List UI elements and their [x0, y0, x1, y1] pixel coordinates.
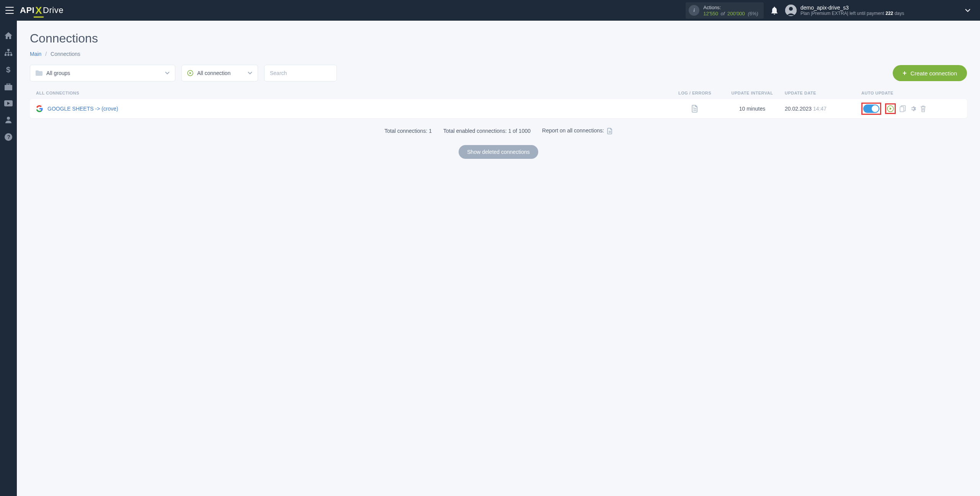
- summary: Total connections: 1 Total enabled conne…: [30, 127, 967, 134]
- username: demo_apix-drive_s3: [800, 5, 904, 11]
- chevron-down-icon: [165, 72, 170, 75]
- connection-filter-label: All connection: [197, 70, 230, 76]
- chevron-down-icon: [248, 72, 252, 75]
- actions-label: Actions:: [703, 5, 758, 10]
- svg-rect-2: [7, 49, 10, 51]
- logo[interactable]: API X Drive: [20, 5, 64, 16]
- actions-of: of: [721, 11, 725, 16]
- info-icon: i: [689, 5, 699, 16]
- highlight-box-toggle: [861, 103, 881, 115]
- col-all: ALL CONNECTIONS: [36, 91, 670, 95]
- sitemap-icon[interactable]: [5, 49, 12, 56]
- chevron-down-icon[interactable]: [965, 8, 971, 12]
- table-header: ALL CONNECTIONS LOG / ERRORS UPDATE INTE…: [30, 91, 967, 99]
- connection-filter-dropdown[interactable]: All connection: [181, 65, 258, 82]
- google-icon: [36, 105, 43, 112]
- svg-rect-15: [900, 107, 904, 112]
- user-icon[interactable]: [5, 116, 12, 123]
- highlight-box-play: [885, 103, 896, 114]
- top-header: API X Drive i Actions: 12'550 of 200'000…: [0, 0, 980, 21]
- actions-counter[interactable]: i Actions: 12'550 of 200'000 (6%): [686, 2, 764, 19]
- create-label: Create connection: [910, 70, 957, 77]
- page-title: Connections: [30, 31, 967, 46]
- groups-dropdown[interactable]: All groups: [30, 65, 175, 82]
- svg-rect-3: [5, 54, 7, 56]
- report-document-icon[interactable]: [607, 128, 612, 134]
- help-icon[interactable]: ?: [5, 133, 12, 141]
- col-log: LOG / ERRORS: [670, 91, 720, 95]
- actions-pct: (6%): [748, 11, 758, 16]
- filters-row: All groups All connection + Create conne…: [30, 65, 967, 82]
- table-row: GOOGLE SHEETS -> (crove) 10 minutes 20.0…: [30, 99, 967, 118]
- connection-name-link[interactable]: GOOGLE SHEETS -> (crove): [47, 106, 118, 112]
- interval-value: 10 minutes: [720, 106, 785, 112]
- avatar-icon: [785, 5, 797, 16]
- date-value: 20.02.202314:47: [785, 106, 861, 112]
- briefcase-icon[interactable]: [5, 83, 12, 90]
- svg-point-10: [7, 117, 10, 120]
- youtube-icon[interactable]: [4, 100, 13, 106]
- breadcrumb-current: Connections: [51, 51, 80, 57]
- svg-rect-4: [8, 54, 10, 56]
- actions-used: 12'550: [703, 11, 718, 16]
- folder-icon: [36, 70, 42, 76]
- log-document-icon[interactable]: [692, 105, 698, 113]
- dollar-icon[interactable]: $: [6, 66, 11, 73]
- logo-x-icon: X: [35, 5, 42, 16]
- show-deleted-button[interactable]: Show deleted connections: [459, 145, 538, 159]
- actions-total: 200'000: [727, 11, 745, 16]
- run-button[interactable]: [887, 105, 894, 113]
- settings-icon[interactable]: [910, 105, 916, 112]
- summary-total: Total connections: 1: [384, 128, 432, 134]
- logo-text-drive: Drive: [43, 5, 64, 15]
- breadcrumb-main[interactable]: Main: [30, 51, 41, 57]
- svg-rect-8: [7, 83, 10, 85]
- svg-text:$: $: [6, 66, 10, 73]
- menu-toggle-button[interactable]: [5, 7, 14, 14]
- sidebar: $ ?: [0, 21, 17, 496]
- user-menu[interactable]: demo_apix-drive_s3 Plan |Premium EXTRA| …: [785, 5, 904, 16]
- svg-rect-7: [5, 85, 12, 90]
- play-circle-icon: [187, 70, 193, 76]
- svg-point-1: [789, 7, 793, 11]
- svg-text:?: ?: [7, 134, 11, 140]
- summary-enabled: Total enabled connections: 1 of 1000: [443, 128, 531, 134]
- logo-text-api: API: [20, 5, 34, 15]
- create-connection-button[interactable]: + Create connection: [893, 65, 967, 81]
- auto-update-toggle[interactable]: [863, 104, 879, 113]
- home-icon[interactable]: [5, 32, 12, 39]
- col-interval: UPDATE INTERVAL: [720, 91, 785, 95]
- col-date: UPDATE DATE: [785, 91, 861, 95]
- svg-rect-5: [10, 54, 12, 56]
- trash-icon[interactable]: [920, 105, 926, 112]
- main-content: Connections Main / Connections All group…: [17, 21, 980, 496]
- notifications-icon[interactable]: [771, 6, 778, 15]
- copy-icon[interactable]: [900, 105, 906, 112]
- plus-icon: +: [903, 69, 907, 77]
- plan-info: Plan |Premium EXTRA| left until payment …: [800, 11, 904, 16]
- summary-report: Report on all connections:: [542, 127, 612, 134]
- groups-label: All groups: [46, 70, 70, 76]
- col-auto: AUTO UPDATE: [861, 91, 961, 95]
- search-input[interactable]: [270, 70, 331, 76]
- search-box[interactable]: [264, 65, 337, 82]
- breadcrumb: Main / Connections: [30, 51, 967, 57]
